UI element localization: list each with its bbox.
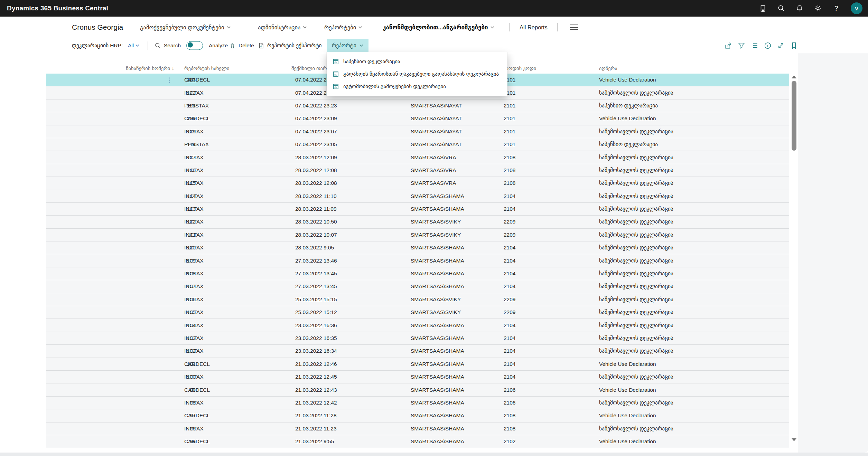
description-cell: საშემოსავლოს დეკლარაცია	[599, 296, 673, 303]
table-row[interactable]: 106INCTAX25.03.2022 15:15SMARTSAAS\SVIKY…	[46, 293, 789, 306]
table-row[interactable]: 105INCTAX25.03.2022 15:12SMARTSAAS\SVIKY…	[46, 306, 789, 319]
column-header[interactable]: ჩანაწერის ნომერი ↓	[126, 66, 174, 71]
period-code-cell: 2209	[504, 232, 515, 238]
toggle-switch[interactable]	[186, 41, 203, 50]
table-row[interactable]: 111INCTAX28.03.2022 10:07SMARTSAAS\SVIKY…	[46, 229, 789, 241]
table-row[interactable]: 114INCTAX28.03.2022 11:10SMARTSAAS\SHAMA…	[46, 190, 789, 203]
analyze-toggle[interactable]	[186, 41, 203, 50]
table-row[interactable]: 96INCTAX21.03.2022 11:23SMARTSAAS\SHAMA2…	[46, 422, 789, 435]
user-cell: SMARTSAAS\SHAMA	[411, 270, 464, 277]
table-row[interactable]: 116INCTAX28.03.2022 12:08SMARTSAAS\VRA21…	[46, 164, 789, 177]
nav-item-active-page[interactable]: კანონმდებლობით...ანგარიშგებები	[383, 24, 494, 31]
nav-item-posted-documents[interactable]: გამოქვეყნებული დოკუმენტები	[140, 24, 231, 31]
created-date-cell: 28.03.2022 10:07	[295, 232, 337, 238]
table-row[interactable]: 100INCTAX21.03.2022 12:45SMARTSAAS\SHAMA…	[46, 371, 789, 383]
hamburger-menu-icon[interactable]	[570, 23, 578, 32]
report-name-cell: CARDECL	[184, 387, 210, 393]
created-date-cell: 07.04.2022 23:07	[295, 129, 337, 135]
report-menu-item[interactable]: გადახდის წყაროსთან დაკავებული გადასახადი…	[327, 68, 507, 80]
user-cell: SMARTSAAS\SHAMA	[411, 335, 464, 341]
report-name-cell: INCTAX	[184, 400, 204, 406]
delete-button[interactable]: Delete	[229, 42, 254, 49]
created-date-cell: 21.03.2022 12:43	[295, 387, 337, 393]
column-header[interactable]: რეპორტის სახელი	[184, 66, 230, 71]
table-row[interactable]: 98INCTAX21.03.2022 12:42SMARTSAAS\SHAMA2…	[46, 397, 789, 409]
row-options-icon[interactable]: ⋮	[166, 76, 172, 84]
user-cell: SMARTSAAS\SHAMA	[411, 245, 464, 251]
gear-icon[interactable]	[814, 4, 822, 12]
user-avatar[interactable]: V	[851, 2, 862, 14]
filter-value-dropdown[interactable]: All	[128, 42, 139, 49]
report-menu-item[interactable]: საპენსიო დეკლარაცია	[327, 55, 507, 68]
table-row[interactable]: 101CARDECL21.03.2022 12:46SMARTSAAS\SHAM…	[46, 358, 789, 371]
analyze-label[interactable]: Analyze	[209, 42, 228, 49]
description-cell: საშემოსავლოს დეკლარაცია	[599, 129, 673, 135]
table-row[interactable]: 119INCTAX07.04.2022 23:07SMARTSAAS\NAYAT…	[46, 125, 789, 138]
table-row[interactable]: 109INCTAX27.03.2022 13:46SMARTSAAS\SHAMA…	[46, 254, 789, 267]
user-cell: SMARTSAAS\SVIKY	[411, 296, 461, 303]
table-row[interactable]: 120CARDECL07.04.2022 23:09SMARTSAAS\NAYA…	[46, 112, 789, 125]
table-row[interactable]: 110INCTAX28.03.2022 9:05SMARTSAAS\SHAMA2…	[46, 241, 789, 254]
period-code-cell: 2102	[504, 438, 515, 445]
report-menu-item[interactable]: ავტომობილის გამოყენების დეკლარაცია	[327, 80, 507, 93]
table-row[interactable]: 107INCTAX27.03.2022 13:45SMARTSAAS\SHAMA…	[46, 280, 789, 293]
trash-icon	[229, 42, 236, 49]
nav-item-all-reports[interactable]: All Reports	[520, 24, 548, 31]
description-cell: საშემოსავლოს დეკლარაცია	[599, 335, 673, 341]
report-name-cell: CARDECL	[184, 438, 210, 445]
table-row[interactable]: 108INCTAX27.03.2022 13:45SMARTSAAS\SHAMA…	[46, 267, 789, 280]
period-code-cell: 2106	[504, 387, 515, 393]
table-row[interactable]: 117INCTAX28.03.2022 12:09SMARTSAAS\VRA21…	[46, 151, 789, 164]
chevron-down-icon	[358, 26, 362, 29]
scroll-down-arrow-icon[interactable]	[792, 438, 796, 441]
page-title: კანონმდებლობით...ანგარიშგებები	[383, 24, 488, 31]
nav-item-administration[interactable]: ადმინისტრაცია	[258, 24, 307, 31]
table-row[interactable]: 118PENSTAX07.04.2022 23:05SMARTSAAS\NAYA…	[46, 138, 789, 151]
report-name-cell: INCTAX	[184, 322, 204, 329]
help-icon[interactable]: ?	[832, 4, 840, 12]
description-cell: საშემოსავლოს დეკლარაცია	[599, 309, 673, 315]
period-code-cell: 2104	[504, 258, 515, 264]
period-code-cell: 2104	[504, 348, 515, 354]
table-row[interactable]: 115INCTAX28.03.2022 12:08SMARTSAAS\VRA21…	[46, 177, 789, 190]
table-row[interactable]: 97CARDECL21.03.2022 11:28SMARTSAAS\SHAMA…	[46, 409, 789, 422]
table-row[interactable]: 102INCTAX23.03.2022 16:34SMARTSAAS\SHAMA…	[46, 345, 789, 358]
info-icon[interactable]	[764, 42, 772, 49]
period-code-cell: 2104	[504, 283, 515, 289]
report-menu-button[interactable]: რეპორტი	[327, 39, 368, 52]
table-row[interactable]: 104INCTAX23.03.2022 16:36SMARTSAAS\SHAMA…	[46, 319, 789, 332]
table-row[interactable]: 95CARDECL21.03.2022 9:55SMARTSAAS\SHAMA2…	[46, 435, 789, 448]
nav-item-reports[interactable]: რეპორტები	[324, 24, 362, 31]
filter-icon[interactable]	[738, 42, 745, 49]
share-icon[interactable]	[725, 42, 732, 49]
scroll-up-arrow-icon[interactable]	[792, 76, 796, 78]
table-row[interactable]: 112INCTAX28.03.2022 10:50SMARTSAAS\SVIKY…	[46, 216, 789, 228]
report-name-cell: INCTAX	[184, 180, 204, 186]
table-row[interactable]: 99CARDECL21.03.2022 12:43SMARTSAAS\SHAMA…	[46, 383, 789, 396]
expand-icon[interactable]	[777, 42, 785, 49]
page-action-icons	[725, 38, 798, 53]
table-row[interactable]: 121PENSTAX07.04.2022 23:23SMARTSAAS\NAYA…	[46, 99, 789, 112]
report-name-cell: CARDECL	[184, 115, 210, 122]
table-row[interactable]: 113INCTAX28.03.2022 11:09SMARTSAAS\SHAMA…	[46, 203, 789, 216]
report-name-cell: INCTAX	[184, 348, 204, 354]
description-cell: საშემოსავლოს დეკლარაცია	[599, 283, 673, 289]
search-icon[interactable]	[777, 4, 785, 12]
list-icon[interactable]	[751, 42, 758, 49]
building-icon[interactable]	[759, 4, 767, 12]
created-date-cell: 07.04.2022 23:05	[295, 141, 337, 148]
user-cell: SMARTSAAS\SHAMA	[411, 206, 464, 212]
report-name-cell: INCTAX	[184, 129, 204, 135]
company-name[interactable]: Cronus Georgia	[72, 23, 123, 31]
description-cell: საშემოსავლოს დეკლარაცია	[599, 206, 673, 212]
search-button[interactable]: Search	[155, 42, 181, 49]
export-report-button[interactable]: რეპორტის ექსპორტი	[258, 42, 322, 49]
user-cell: SMARTSAAS\NAYAT	[411, 129, 462, 135]
column-header[interactable]: აღწერა	[599, 66, 617, 71]
bell-icon[interactable]	[796, 4, 803, 12]
chevron-down-icon	[227, 26, 231, 29]
table-row[interactable]: 103INCTAX23.03.2022 16:35SMARTSAAS\SHAMA…	[46, 332, 789, 345]
scrollbar-thumb[interactable]	[792, 81, 796, 151]
bookmark-icon[interactable]	[790, 42, 798, 49]
vertical-scrollbar[interactable]	[790, 74, 798, 449]
